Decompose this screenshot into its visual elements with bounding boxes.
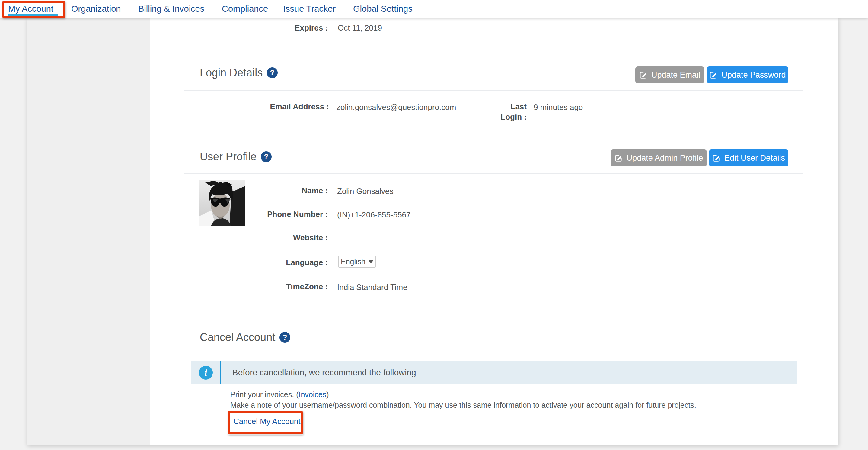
edit-icon: [709, 71, 717, 79]
page: My Account Organization Billing & Invoic…: [0, 0, 868, 450]
section-divider: [184, 90, 803, 91]
section-divider: [184, 173, 803, 174]
cancel-account-title: Cancel Account ?: [200, 331, 290, 344]
tab-issue-tracker[interactable]: Issue Tracker: [283, 0, 336, 18]
cancel-account-title-text: Cancel Account: [200, 331, 275, 344]
tab-global-settings[interactable]: Global Settings: [353, 0, 412, 18]
edit-icon: [712, 154, 720, 162]
edit-icon: [639, 71, 647, 79]
print-invoices-text-suffix: ): [326, 390, 329, 399]
update-password-label: Update Password: [721, 70, 785, 80]
profile-avatar-image: [199, 180, 245, 226]
update-email-label: Update Email: [651, 70, 700, 80]
user-profile-title-text: User Profile: [200, 150, 256, 163]
language-dropdown[interactable]: English: [338, 256, 376, 268]
invoices-link[interactable]: Invoices: [299, 390, 326, 399]
settings-panel: Expires : Oct 11, 2019 Login Details ? U…: [28, 18, 838, 445]
info-box-heading: Before cancellation, we recommend the fo…: [232, 361, 416, 384]
expires-label: Expires :: [257, 23, 328, 33]
website-label: Website :: [239, 233, 328, 243]
tab-billing-invoices[interactable]: Billing & Invoices: [138, 0, 204, 18]
update-password-button[interactable]: Update Password: [707, 66, 788, 83]
update-admin-profile-button[interactable]: Update Admin Profile: [611, 150, 707, 167]
name-value: Zolin Gonsalves: [337, 186, 393, 196]
timezone-label: TimeZone :: [239, 281, 328, 292]
tab-compliance[interactable]: Compliance: [222, 0, 268, 18]
user-profile-title: User Profile ?: [200, 150, 272, 163]
last-login-value: 9 minutes ago: [534, 102, 583, 112]
section-divider: [184, 352, 803, 352]
phone-number-label: Phone Number :: [239, 209, 328, 219]
edit-user-details-button[interactable]: Edit User Details: [709, 150, 788, 167]
username-password-note-line: Make a note of your username/password co…: [230, 401, 696, 410]
print-invoices-line: Print your invoices. (Invoices): [230, 390, 329, 399]
update-admin-profile-label: Update Admin Profile: [626, 153, 703, 163]
edit-user-details-label: Edit User Details: [724, 153, 785, 163]
email-address-label: Email Address :: [269, 101, 329, 112]
print-invoices-text: Print your invoices. (: [230, 390, 299, 399]
expires-value: Oct 11, 2019: [338, 23, 382, 33]
login-details-help-icon[interactable]: ?: [267, 67, 278, 78]
left-sidebar-panel: [28, 18, 150, 445]
email-address-value: zolin.gonsalves@questionpro.com: [337, 102, 456, 112]
cancel-account-help-icon[interactable]: ?: [279, 332, 290, 343]
active-tab-underline: [8, 14, 58, 16]
timezone-value: India Standard Time: [337, 282, 407, 292]
cancel-my-account-link[interactable]: Cancel My Account: [233, 417, 301, 426]
login-details-title-text: Login Details: [200, 66, 262, 79]
last-login-label: Last Login :: [493, 101, 527, 122]
language-selected-value: English: [341, 257, 366, 266]
top-navigation: My Account Organization Billing & Invoic…: [0, 0, 868, 18]
login-details-title: Login Details ?: [200, 66, 278, 79]
phone-number-value: (IN)+1-206-855-5567: [337, 210, 411, 220]
name-label: Name :: [239, 185, 328, 196]
info-icon: i: [199, 366, 213, 380]
edit-icon: [615, 154, 623, 162]
language-label: Language :: [239, 257, 328, 268]
update-email-button[interactable]: Update Email: [635, 66, 704, 83]
chevron-down-icon: [369, 260, 373, 263]
user-profile-help-icon[interactable]: ?: [261, 151, 272, 162]
tab-organization[interactable]: Organization: [71, 0, 121, 18]
info-box-accent-line: [220, 361, 221, 384]
